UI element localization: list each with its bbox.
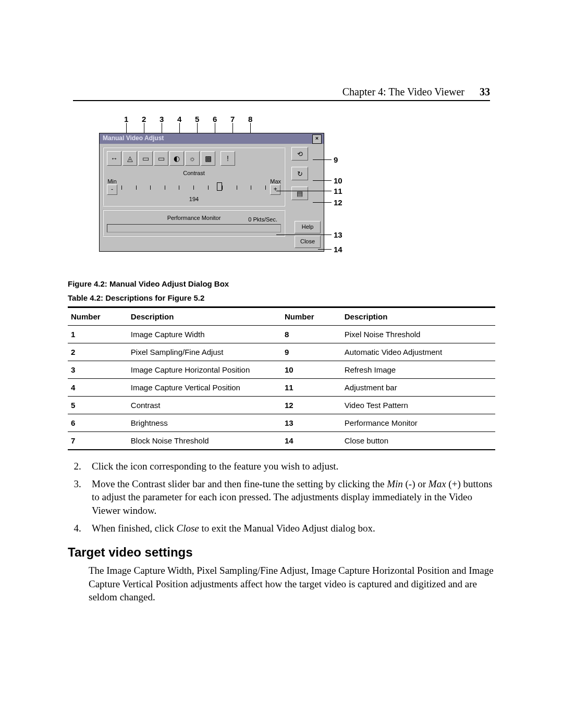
- callout-4: 4: [177, 115, 181, 124]
- callout-line: [313, 159, 332, 160]
- slider-thumb[interactable]: [217, 182, 222, 191]
- callout-13: 13: [334, 230, 342, 239]
- slider-value: 194: [107, 196, 281, 202]
- refresh-button[interactable]: ↻: [291, 167, 308, 180]
- running-head: Chapter 4: The Video Viewer 33: [342, 86, 490, 98]
- performance-bar: 0 Pkts/Sec.: [107, 224, 281, 232]
- th-desc2: Description: [341, 307, 495, 326]
- block-noise-icon[interactable]: ▩: [201, 151, 215, 166]
- close-icon[interactable]: ×: [312, 134, 322, 144]
- table-row: 1Image Capture Width8Pixel Noise Thresho…: [68, 326, 495, 343]
- callout-2: 2: [142, 115, 146, 124]
- help-button[interactable]: Help: [295, 221, 321, 233]
- callout-line: [318, 249, 332, 250]
- test-pattern-button[interactable]: ▤: [291, 187, 308, 200]
- max-button[interactable]: +: [270, 184, 280, 195]
- max-label: Max: [270, 178, 281, 184]
- table-row: 7Block Noise Threshold14Close button: [68, 432, 495, 450]
- page-number: 33: [480, 86, 490, 97]
- brightness-icon[interactable]: ☼: [185, 151, 200, 166]
- header-rule: [73, 100, 490, 101]
- pixel-noise-icon[interactable]: !: [221, 151, 235, 166]
- callout-3: 3: [160, 115, 164, 124]
- callout-line: [313, 180, 332, 181]
- dialog-titlebar: Manual Video Adjust ×: [100, 133, 324, 144]
- step-3: Move the Contrast slider bar and then fi…: [89, 477, 495, 517]
- table-row: 5Contrast12Video Test Pattern: [68, 397, 495, 414]
- callout-9: 9: [334, 155, 338, 164]
- callout-line: [313, 202, 332, 203]
- instruction-list: Click the icon corresponding to the feat…: [89, 460, 495, 535]
- dialog-title: Manual Video Adjust: [103, 134, 164, 142]
- section-para: The Image Capture Width, Pixel Sampling/…: [89, 564, 495, 604]
- min-label: Min: [107, 178, 117, 184]
- step-4: When finished, click Close to exit the M…: [89, 522, 495, 535]
- min-button[interactable]: -: [107, 184, 117, 195]
- figure-caption: Figure 4.2: Manual Video Adjust Dialog B…: [68, 279, 495, 288]
- figure-area: 1 2 3 4 5 6 7 8 Manual Video Adjust ×: [68, 115, 495, 271]
- slider-row: Min - Max +: [107, 178, 281, 195]
- callout-10: 10: [334, 176, 342, 185]
- performance-value: 0 Pkts/Sec.: [248, 216, 277, 223]
- auto-adjust-button[interactable]: ⟲: [291, 147, 308, 161]
- adjustment-bar[interactable]: [121, 181, 266, 192]
- manual-video-adjust-dialog: Manual Video Adjust × ↔ ◬ ▭ ▭ ◐ ☼ ▩: [99, 133, 324, 252]
- th-number: Number: [68, 307, 128, 326]
- contrast-label: Contrast: [107, 170, 281, 176]
- callout-1: 1: [124, 115, 128, 124]
- callout-11: 11: [334, 187, 342, 195]
- step-2: Click the icon corresponding to the feat…: [89, 460, 495, 473]
- callout-7: 7: [230, 115, 235, 124]
- toolbar: ↔ ◬ ▭ ▭ ◐ ☼ ▩ !: [107, 151, 281, 166]
- chapter-label: Chapter 4: The Video Viewer: [342, 86, 464, 97]
- contrast-icon[interactable]: ◐: [169, 151, 184, 166]
- callout-6: 6: [213, 115, 217, 124]
- width-icon[interactable]: ↔: [107, 151, 121, 166]
- th-desc: Description: [128, 307, 282, 326]
- main-panel: ↔ ◬ ▭ ▭ ◐ ☼ ▩ ! Contrast Min: [103, 147, 285, 206]
- callout-8: 8: [248, 115, 252, 124]
- callout-12: 12: [334, 198, 342, 207]
- close-button[interactable]: Close: [295, 236, 321, 248]
- descriptions-table: Number Description Number Description 1I…: [68, 306, 495, 450]
- th-number2: Number: [282, 307, 341, 326]
- vpos-icon[interactable]: ▭: [154, 151, 168, 166]
- table-row: 3Image Capture Horizontal Position10Refr…: [68, 361, 495, 379]
- callout-line: [276, 191, 332, 191]
- table-row: 6Brightness13Performance Monitor: [68, 414, 495, 432]
- callout-14: 14: [334, 245, 342, 254]
- section-heading: Target video settings: [68, 545, 495, 560]
- table-caption: Table 4.2: Descriptions for Figure 5.2: [68, 293, 495, 302]
- fine-adjust-icon[interactable]: ◬: [123, 151, 137, 166]
- callout-5: 5: [195, 115, 199, 124]
- callout-line: [276, 235, 332, 235]
- table-row: 2Pixel Sampling/Fine Adjust9Automatic Vi…: [68, 343, 495, 361]
- table-row: 4Image Capture Vertical Position11Adjust…: [68, 379, 495, 397]
- hpos-icon[interactable]: ▭: [138, 151, 153, 166]
- performance-panel: Performance Monitor 0 Pkts/Sec.: [103, 209, 285, 237]
